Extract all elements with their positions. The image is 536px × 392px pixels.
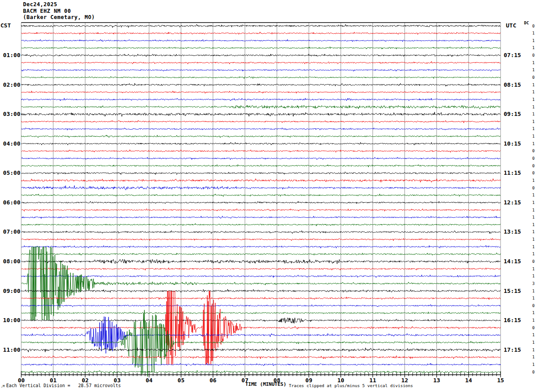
trace-row-0430: [21, 157, 501, 160]
trace-row-0445: [21, 165, 501, 167]
cst-hour-label: 11:00: [0, 347, 20, 353]
trace-row-0745: [21, 253, 501, 255]
x-tick-label: 11: [363, 377, 382, 384]
x-tick-label: 09: [299, 377, 318, 384]
dc-value: 1: [527, 311, 535, 315]
cst-hour-label: 10:00: [0, 317, 20, 323]
helicorder-plot: [0, 0, 536, 392]
dc-value: 1: [527, 134, 535, 138]
dc-value: 0: [527, 156, 535, 161]
dc-value: 0: [527, 171, 535, 175]
cst-hour-label: 01:00: [0, 52, 20, 58]
dc-value: 0: [527, 24, 535, 28]
dc-value: 1: [527, 61, 535, 65]
trace-row-0800: [21, 259, 501, 264]
x-tick-label: 06: [203, 377, 223, 384]
clip-note: Traces clipped at plus/minus 5 vertical …: [289, 383, 413, 388]
dc-value: 1: [527, 112, 535, 116]
trace-row-0145: [21, 77, 501, 79]
division-scale-note: Each Vertical Division = 28.57 microvolt…: [6, 383, 121, 388]
trace-row-0945: [21, 312, 501, 315]
trace-row-0845: [21, 247, 501, 320]
trace-row-0415: [21, 150, 501, 153]
watermark: ,M: [1, 384, 4, 388]
dc-value: 1: [527, 83, 535, 87]
dc-value: 0: [527, 326, 535, 330]
dc-value: 1: [527, 230, 535, 234]
trace-row-0645: [21, 223, 501, 226]
trace-row-0030: [21, 39, 501, 42]
utc-hour-label: 15:15: [504, 288, 521, 294]
dc-value: 1: [527, 31, 535, 35]
utc-hour-label: 12:15: [504, 200, 521, 206]
trace-row-0830: [21, 275, 501, 277]
dc-value: 1: [527, 97, 535, 102]
trace-row-0815: [21, 268, 501, 270]
dc-value: 1: [527, 289, 535, 293]
x-tick-label: 04: [140, 377, 159, 384]
utc-hour-label: 08:15: [504, 82, 521, 88]
dc-value: 1: [527, 90, 535, 94]
cst-hour-label: 03:00: [0, 111, 20, 117]
dc-value: 0: [527, 259, 535, 264]
trace-row-0700: [21, 231, 501, 234]
trace-row-0115: [21, 61, 501, 64]
trace-row-0530: [21, 185, 501, 190]
dc-value: 1: [527, 127, 535, 131]
dc-value: 1: [527, 46, 535, 50]
utc-hour-label: 14:15: [504, 258, 521, 265]
trace-row-0345: [21, 135, 501, 138]
utc-hour-label: 13:15: [504, 229, 521, 235]
dc-value: 1: [527, 252, 535, 256]
trace-row-0400: [21, 142, 501, 145]
trace-row-0045: [21, 47, 501, 49]
cst-hour-label: 02:00: [0, 82, 20, 88]
trace-row-0715: [21, 238, 501, 241]
trace-row-0315: [21, 120, 501, 123]
dc-value: 1: [527, 274, 535, 278]
trace-row-0215: [21, 91, 501, 94]
trace-row-0915: [21, 297, 501, 300]
x-tick-label: 12: [395, 377, 415, 384]
trace-row-0245: [21, 105, 501, 109]
cst-hour-label: 07:00: [0, 229, 20, 235]
dc-value: 1: [527, 223, 535, 227]
x-tick-label: 03: [107, 377, 127, 384]
utc-hour-label: 17:15: [504, 347, 521, 353]
trace-row-0930: [21, 304, 501, 307]
dc-value: 1: [527, 215, 535, 219]
trace-row-0545: [21, 194, 501, 196]
trace-row-0015: [21, 32, 501, 35]
trace-row-1000: [21, 318, 501, 323]
trace-row-0600: [21, 201, 501, 204]
trace-row-1100: [21, 348, 501, 352]
dc-value: 1: [527, 362, 535, 367]
dc-value: 0: [527, 370, 535, 374]
dc-value: 1: [527, 237, 535, 242]
trace-row-1130: [21, 363, 501, 366]
x-tick-label: 13: [427, 377, 447, 384]
dc-value: 0: [527, 304, 535, 308]
dc-value: 1: [527, 193, 535, 197]
dc-value: 0: [527, 186, 535, 190]
cst-hour-label: 05:00: [0, 170, 20, 176]
dc-value: 1: [527, 318, 535, 323]
dc-value: 1: [527, 142, 535, 146]
utc-hour-label: 11:15: [504, 170, 521, 176]
trace-row-0900: [21, 289, 501, 292]
cst-hour-label: 09:00: [0, 288, 20, 294]
x-tick-label: 15: [491, 377, 510, 384]
cst-hour-label: 06:00: [0, 200, 20, 206]
utc-hour-label: 07:15: [504, 52, 521, 58]
dc-value: 1: [527, 208, 535, 212]
x-tick-label: 05: [171, 377, 191, 384]
dc-value: 1: [527, 340, 535, 345]
trace-row-0500: [21, 172, 501, 174]
x-tick-label: 10: [331, 377, 350, 384]
trace-row-0730: [21, 246, 501, 248]
dc-value: 0: [527, 164, 535, 168]
trace-row-1115: [21, 356, 501, 359]
trace-row-0200: [21, 83, 501, 86]
dc-value: 0: [527, 53, 535, 58]
x-tick-label: 02: [75, 377, 95, 384]
